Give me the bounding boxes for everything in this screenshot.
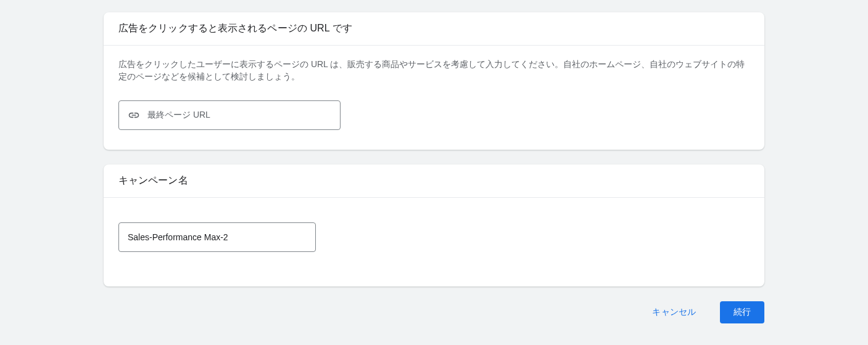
campaign-name-card-title: キャンペーン名 <box>118 174 750 187</box>
campaign-name-card-header: キャンペーン名 <box>104 164 764 198</box>
campaign-name-card-body <box>104 198 764 286</box>
button-row: キャンセル 続行 <box>104 301 764 323</box>
campaign-name-card: キャンペーン名 <box>104 164 764 286</box>
final-url-input-wrapper[interactable]: 最終ページ URL <box>118 100 341 130</box>
url-card: 広告をクリックすると表示されるページの URL です 広告をクリックしたユーザー… <box>104 12 764 150</box>
cancel-button[interactable]: キャンセル <box>639 301 709 323</box>
url-card-header: 広告をクリックすると表示されるページの URL です <box>104 12 764 46</box>
url-card-body: 広告をクリックしたユーザーに表示するページの URL は、販売する商品やサービス… <box>104 46 764 150</box>
continue-button[interactable]: 続行 <box>720 301 765 323</box>
final-url-placeholder: 最終ページ URL <box>147 110 210 121</box>
link-icon <box>128 109 140 121</box>
campaign-name-input-wrapper[interactable] <box>118 222 316 252</box>
form-container: 広告をクリックすると表示されるページの URL です 広告をクリックしたユーザー… <box>0 0 868 323</box>
url-card-title: 広告をクリックすると表示されるページの URL です <box>118 22 750 35</box>
campaign-name-input[interactable] <box>128 232 307 242</box>
url-description: 広告をクリックしたユーザーに表示するページの URL は、販売する商品やサービス… <box>118 58 750 83</box>
